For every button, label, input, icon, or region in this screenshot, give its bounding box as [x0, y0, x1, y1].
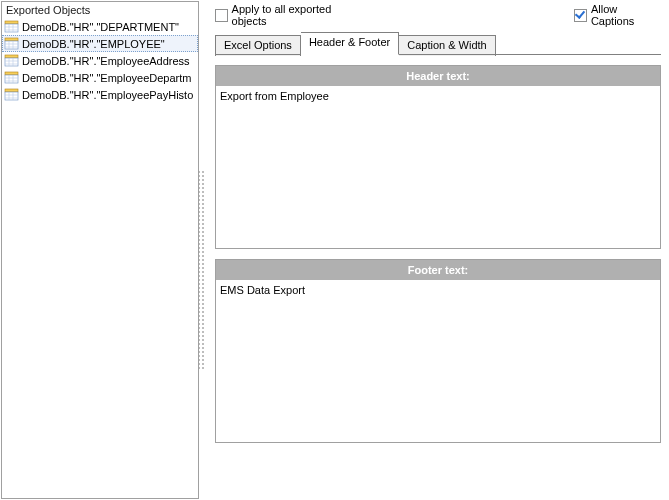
exported-objects-panel: Exported Objects DemoDB."HR"."DEPARTMENT… — [1, 1, 199, 499]
exported-object-label: DemoDB."HR"."EMPLOYEE" — [22, 38, 165, 50]
table-icon — [4, 53, 20, 69]
options-row: Apply to all exported objects Allow Capt… — [215, 6, 661, 24]
tab-bar: Excel OptionsHeader & FooterCaption & Wi… — [215, 34, 661, 55]
header-text-input[interactable] — [216, 86, 660, 248]
tab-excel-options[interactable]: Excel Options — [215, 35, 301, 56]
checkbox-icon — [215, 9, 228, 22]
table-icon — [4, 19, 20, 35]
table-icon — [4, 36, 20, 52]
footer-text-title: Footer text: — [216, 260, 660, 280]
header-text-section: Header text: — [215, 65, 661, 249]
svg-rect-1 — [5, 24, 18, 32]
svg-rect-0 — [5, 21, 18, 24]
svg-rect-13 — [5, 58, 18, 66]
svg-rect-24 — [5, 89, 18, 92]
svg-rect-19 — [5, 75, 18, 83]
allow-captions-checkbox[interactable]: Allow Captions — [574, 3, 661, 27]
checkbox-icon — [574, 9, 587, 22]
exported-object-label: DemoDB."HR"."EmployeeDepartm — [22, 72, 191, 84]
exported-objects-list: DemoDB."HR"."DEPARTMENT" DemoDB."HR"."EM… — [2, 18, 198, 103]
svg-rect-7 — [5, 41, 18, 49]
footer-text-section: Footer text: — [215, 259, 661, 443]
exported-object-item[interactable]: DemoDB."HR"."EmployeeAddress — [2, 52, 198, 69]
exported-object-label: DemoDB."HR"."EmployeePayHisto — [22, 89, 193, 101]
svg-rect-25 — [5, 92, 18, 100]
svg-rect-12 — [5, 55, 18, 58]
header-text-title: Header text: — [216, 66, 660, 86]
exported-objects-title: Exported Objects — [2, 2, 198, 18]
footer-text-input[interactable] — [216, 280, 660, 442]
tab-caption-width[interactable]: Caption & Width — [399, 35, 495, 56]
table-icon — [4, 87, 20, 103]
allow-captions-label: Allow Captions — [591, 3, 661, 27]
exported-object-item[interactable]: DemoDB."HR"."DEPARTMENT" — [2, 18, 198, 35]
svg-rect-18 — [5, 72, 18, 75]
right-panel: Apply to all exported objects Allow Capt… — [205, 0, 669, 500]
exported-object-item[interactable]: DemoDB."HR"."EmployeePayHisto — [2, 86, 198, 103]
tab-header-footer[interactable]: Header & Footer — [301, 32, 399, 55]
svg-rect-6 — [5, 38, 18, 41]
exported-object-item[interactable]: DemoDB."HR"."EMPLOYEE" — [2, 35, 198, 52]
apply-all-label: Apply to all exported objects — [232, 3, 365, 27]
exported-object-label: DemoDB."HR"."DEPARTMENT" — [22, 21, 179, 33]
apply-all-checkbox[interactable]: Apply to all exported objects — [215, 3, 364, 27]
exported-object-label: DemoDB."HR"."EmployeeAddress — [22, 55, 190, 67]
table-icon — [4, 70, 20, 86]
exported-object-item[interactable]: DemoDB."HR"."EmployeeDepartm — [2, 69, 198, 86]
